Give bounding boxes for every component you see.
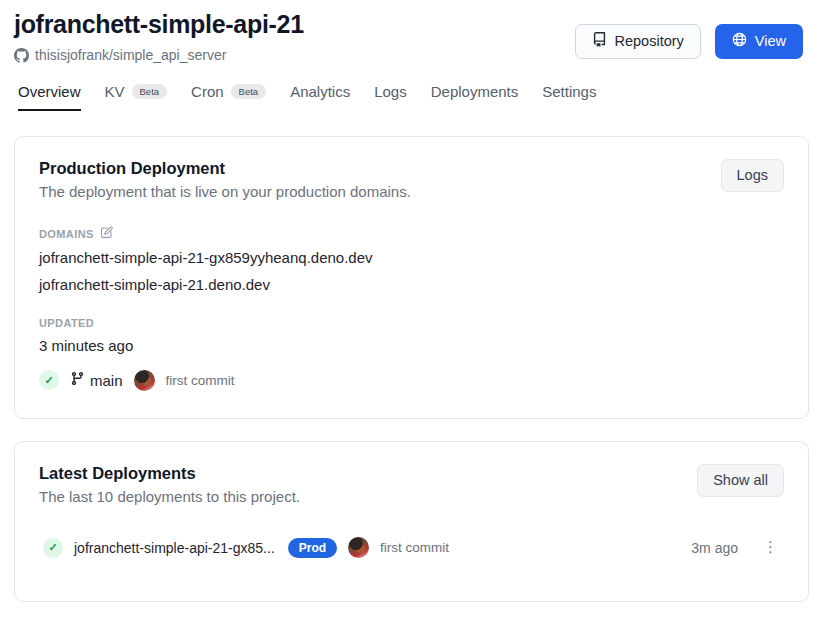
production-commit-row: ✓ main first commit <box>39 370 784 391</box>
commit-message: first commit <box>166 373 235 388</box>
tab-label: Logs <box>374 83 407 100</box>
beta-badge: Beta <box>231 84 267 100</box>
tab-deployments[interactable]: Deployments <box>431 83 519 111</box>
production-deployment-card: Production Deployment The deployment tha… <box>14 136 809 419</box>
view-button-label: View <box>755 33 786 50</box>
production-card-title: Production Deployment <box>39 159 411 178</box>
deployments-card-subtitle: The last 10 deployments to this project. <box>39 488 300 505</box>
page-title: jofranchett-simple-api-21 <box>14 10 304 39</box>
success-check-icon: ✓ <box>39 370 59 390</box>
logs-button-label: Logs <box>737 167 768 184</box>
header-left: jofranchett-simple-api-21 thisisjofrank/… <box>14 10 304 63</box>
view-button[interactable]: View <box>715 24 803 59</box>
tab-label: Deployments <box>431 83 519 100</box>
deployment-row: ✓ jofranchett-simple-api-21-gx85... Prod… <box>39 537 784 558</box>
page-header: jofranchett-simple-api-21 thisisjofrank/… <box>14 10 809 63</box>
repository-button-label: Repository <box>615 33 684 50</box>
production-card-header: Production Deployment The deployment tha… <box>39 159 784 200</box>
tab-kv[interactable]: KV Beta <box>105 83 168 111</box>
tab-analytics[interactable]: Analytics <box>290 83 350 111</box>
tabbar: Overview KV Beta Cron Beta Analytics Log… <box>14 83 809 111</box>
domain-link[interactable]: jofranchett-simple-api-21.deno.dev <box>39 276 784 295</box>
beta-badge: Beta <box>132 84 168 100</box>
domain-link[interactable]: jofranchett-simple-api-21-gx859yyheanq.d… <box>39 249 784 268</box>
domains-label-row: Domains <box>39 226 784 241</box>
github-icon <box>14 48 29 63</box>
branch-name: main <box>90 372 123 389</box>
updated-value: 3 minutes ago <box>39 337 784 354</box>
tab-label: Analytics <box>290 83 350 100</box>
deployments-card-titles: Latest Deployments The last 10 deploymen… <box>39 464 300 505</box>
tab-logs[interactable]: Logs <box>374 83 407 111</box>
success-check-icon: ✓ <box>43 538 63 558</box>
tab-label: Overview <box>18 83 81 100</box>
tab-cron[interactable]: Cron Beta <box>191 83 266 111</box>
tab-settings[interactable]: Settings <box>542 83 596 111</box>
edit-domains-icon[interactable] <box>100 226 113 241</box>
kebab-menu-icon[interactable]: ⋮ <box>757 542 784 553</box>
repo-name: thisisjofrank/simple_api_server <box>35 47 226 63</box>
commit-message: first commit <box>380 540 449 555</box>
tab-label: KV <box>105 83 125 100</box>
show-all-button-label: Show all <box>713 472 768 489</box>
avatar <box>134 370 155 391</box>
deployments-card-header: Latest Deployments The last 10 deploymen… <box>39 464 784 505</box>
header-actions: Repository View <box>575 24 803 59</box>
production-card-titles: Production Deployment The deployment tha… <box>39 159 411 200</box>
prod-badge: Prod <box>288 538 337 558</box>
updated-section: Updated 3 minutes ago <box>39 317 784 354</box>
deployments-card-title: Latest Deployments <box>39 464 300 483</box>
logs-button[interactable]: Logs <box>721 159 784 192</box>
repository-button[interactable]: Repository <box>575 24 701 59</box>
latest-deployments-card: Latest Deployments The last 10 deploymen… <box>14 441 809 602</box>
domains-section: Domains jofranchett-simple-api-21-gx859y… <box>39 226 784 295</box>
production-card-subtitle: The deployment that is live on your prod… <box>39 183 411 200</box>
deployment-name-link[interactable]: jofranchett-simple-api-21-gx85... <box>74 540 275 556</box>
globe-icon <box>732 32 747 51</box>
git-branch-icon <box>70 371 85 389</box>
linked-repo[interactable]: thisisjofrank/simple_api_server <box>14 47 304 63</box>
tab-label: Cron <box>191 83 224 100</box>
branch-ref[interactable]: main <box>70 371 123 389</box>
avatar <box>348 537 369 558</box>
domains-label: Domains <box>39 228 94 240</box>
project-page: jofranchett-simple-api-21 thisisjofrank/… <box>0 0 823 602</box>
show-all-button[interactable]: Show all <box>697 464 784 497</box>
repo-book-icon <box>592 32 607 51</box>
tab-label: Settings <box>542 83 596 100</box>
tab-overview[interactable]: Overview <box>18 83 81 111</box>
deployment-time: 3m ago <box>691 540 738 556</box>
updated-label: Updated <box>39 317 784 329</box>
